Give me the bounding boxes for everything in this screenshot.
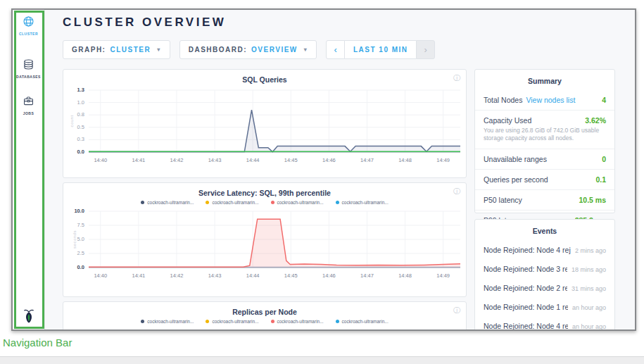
summary-panel: Summary Total NodesView nodes list 4 Cap… (474, 69, 615, 213)
controls-bar: GRAPH: CLUSTER ▾ DASHBOARD: OVERVIEW ▾ ‹… (63, 40, 635, 59)
legend-item: cockroach-ultramarin... (336, 319, 389, 324)
x-tick: 14:40 (94, 272, 107, 279)
x-tick: 14:48 (398, 272, 412, 279)
chevron-down-icon: ▾ (157, 46, 161, 53)
graph-dropdown[interactable]: GRAPH: CLUSTER ▾ (63, 40, 170, 59)
capacity-used-subtext: You are using 26.8 GiB of 742.0 GiB usab… (484, 127, 606, 143)
main-content: CLUSTER OVERVIEW GRAPH: CLUSTER ▾ DASHBO… (45, 10, 635, 330)
x-tick: 14:42 (170, 272, 184, 279)
time-range-control: ‹ LAST 10 MIN › (326, 40, 435, 59)
legend-item: cockroach-ultramarin... (271, 319, 324, 324)
app-window: CLUSTER DATABASES (11, 8, 636, 331)
y-tick: 7.5 (77, 222, 84, 228)
legend-dot (271, 320, 274, 323)
page-title: CLUSTER OVERVIEW (63, 15, 635, 30)
graph-dropdown-label: GRAPH: (72, 46, 106, 54)
x-tick: 14:43 (208, 157, 222, 163)
events-panel: Events Node Rejoined: Node 4 rej... 2 mi… (474, 219, 615, 330)
legend-dot (336, 320, 339, 323)
chart-legend: cockroach-ultramarin... cockroach-ultram… (63, 200, 466, 205)
y-axis-unit: seconds (72, 230, 77, 249)
sidebar-item-label: JOBS (23, 111, 34, 115)
right-panel: Summary Total NodesView nodes list 4 Cap… (474, 69, 615, 330)
sidebar-item-cluster[interactable]: CLUSTER (13, 15, 44, 36)
y-tick: 0.8 (77, 112, 84, 118)
y-tick: 0.5 (77, 125, 84, 130)
chart-legend: cockroach-ultramarin... cockroach-ultram… (63, 319, 466, 324)
service-latency-plot (89, 208, 460, 270)
x-tick: 14:44 (246, 272, 260, 279)
chart-card-replicas-per-node: Replicas per Node ⓘ cockroach-ultramarin… (63, 301, 467, 330)
sql-queries-plot (89, 87, 460, 155)
legend-item: cockroach-ultramarin... (141, 319, 194, 324)
summary-row-p50-latency: P50 latency 10.5 ms (475, 189, 614, 210)
sidebar-item-databases[interactable]: DATABASES (13, 58, 44, 79)
bottom-strip (0, 356, 644, 364)
y-tick: 0.0 (77, 265, 84, 270)
time-range-value[interactable]: LAST 10 MIN (345, 40, 416, 59)
legend-dot (141, 320, 144, 323)
y-axis-labels: 10.0 7.5 5.0 2.5 0.0 (68, 208, 89, 270)
y-tick: 1.3 (77, 87, 84, 93)
legend-dot (206, 201, 209, 204)
legend-item: cockroach-ultramarin... (271, 200, 324, 205)
summary-row-capacity-used: Capacity Used 3.62% You are using 26.8 G… (475, 110, 614, 149)
view-nodes-list-link[interactable]: View nodes list (526, 96, 575, 104)
globe-icon (23, 15, 34, 30)
y-axis-labels: 400 (68, 327, 89, 330)
chart-title: SQL Queries (63, 70, 466, 84)
charts-column: SQL Queries ⓘ count 1.3 1.0 0.8 0.5 0.3 … (63, 69, 467, 330)
x-tick: 14:47 (360, 157, 374, 163)
legend-item: cockroach-ultramarin... (141, 200, 194, 205)
sidebar-item-label: DATABASES (16, 75, 41, 79)
chart-title: Replicas per Node (63, 302, 466, 316)
legend-dot (336, 201, 339, 204)
x-tick: 14:46 (322, 157, 336, 163)
chart-card-sql-queries: SQL Queries ⓘ count 1.3 1.0 0.8 0.5 0.3 … (63, 69, 467, 178)
x-axis-labels: 14:40 14:41 14:42 14:43 14:44 14:45 14:4… (89, 156, 460, 165)
dashboard-dropdown[interactable]: DASHBOARD: OVERVIEW ▾ (179, 40, 317, 59)
time-next-button[interactable]: › (416, 40, 435, 59)
y-tick: 5.0 (77, 237, 84, 242)
event-row: Node Rejoined: Node 2 rej... 31 mins ago (475, 278, 614, 297)
annotation-label: Navigation Bar (3, 337, 72, 349)
events-title: Events (475, 220, 614, 240)
briefcase-icon (23, 95, 34, 110)
summary-row-unavailable-ranges: Unavailable ranges 0 (475, 149, 614, 169)
x-tick: 14:42 (170, 157, 184, 163)
graph-dropdown-value: CLUSTER (110, 46, 151, 54)
x-tick: 14:41 (132, 157, 145, 163)
time-prev-button[interactable]: ‹ (326, 40, 345, 59)
cockroachdb-logo[interactable] (13, 308, 44, 325)
info-icon[interactable]: ⓘ (453, 73, 460, 83)
info-icon[interactable]: ⓘ (453, 187, 460, 196)
sidebar-item-jobs[interactable]: JOBS (13, 95, 44, 115)
y-tick: 1.0 (77, 100, 84, 106)
chart-title: Service Latency: SQL, 99th percentile (63, 183, 466, 197)
summary-title: Summary (475, 70, 614, 90)
legend-item: cockroach-ultramarin... (206, 319, 258, 324)
summary-row-total-nodes: Total NodesView nodes list 4 (475, 90, 614, 110)
replicas-plot (89, 327, 460, 330)
x-tick: 14:40 (94, 157, 107, 163)
database-icon (23, 58, 34, 73)
chevron-right-icon: › (424, 44, 427, 55)
x-tick: 14:45 (284, 272, 298, 279)
y-tick: 2.5 (77, 251, 84, 256)
legend-item: cockroach-ultramarin... (206, 200, 258, 205)
y-tick: 0.0 (77, 149, 84, 155)
x-tick: 14:47 (360, 272, 374, 279)
dashboard-dropdown-label: DASHBOARD: (189, 46, 247, 54)
event-row: Node Rejoined: Node 1 rej... an hour ago (475, 297, 614, 316)
x-tick: 14:41 (132, 272, 145, 279)
y-axis-unit: count (70, 115, 74, 127)
x-axis-labels: 14:40 14:41 14:42 14:43 14:44 14:45 14:4… (89, 271, 460, 281)
x-tick: 14:49 (436, 157, 450, 163)
legend-dot (206, 320, 209, 323)
info-icon[interactable]: ⓘ (453, 306, 460, 315)
summary-row-queries-per-second: Queries per second 0.1 (475, 169, 614, 189)
y-tick: 0.3 (77, 137, 84, 142)
chevron-down-icon: ▾ (304, 46, 308, 53)
event-row: Node Rejoined: Node 4 rej... 2 mins ago (475, 240, 614, 259)
chevron-left-icon: ‹ (334, 44, 337, 55)
